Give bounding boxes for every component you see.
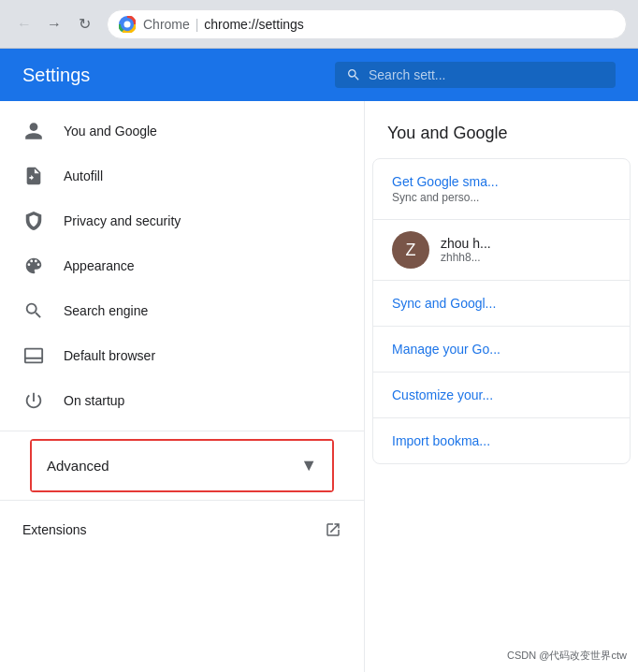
right-panel-card: Get Google sma... Sync and perso... Z zh… bbox=[372, 158, 631, 464]
forward-button[interactable]: → bbox=[41, 11, 67, 37]
right-panel-item-import[interactable]: Import bookma... bbox=[373, 418, 630, 463]
right-panel: You and Google Get Google sma... Sync an… bbox=[365, 101, 638, 672]
sidebar: You and Google Autofill Privacy an bbox=[0, 101, 365, 672]
search-area[interactable]: Search sett... bbox=[335, 62, 616, 88]
address-bar[interactable]: Chrome | chrome://settings bbox=[107, 9, 627, 39]
user-info: zhou h... zhhh8... bbox=[441, 236, 491, 264]
right-panel-item-sync[interactable]: Sync and Googl... bbox=[373, 281, 630, 327]
sidebar-label-privacy-security: Privacy and security bbox=[64, 213, 181, 228]
url-path: chrome://settings bbox=[204, 17, 304, 32]
import-title: Import bookma... bbox=[392, 433, 611, 448]
customize-title: Customize your... bbox=[392, 387, 611, 402]
sidebar-divider-2 bbox=[0, 500, 364, 501]
search-icon bbox=[22, 299, 45, 322]
sidebar-label-autofill: Autofill bbox=[64, 168, 103, 183]
sidebar-label-default-browser: Default browser bbox=[64, 348, 155, 363]
address-text: Chrome | chrome://settings bbox=[143, 17, 304, 32]
sidebar-divider bbox=[0, 431, 364, 431]
sidebar-item-autofill[interactable]: Autofill bbox=[0, 153, 364, 198]
sidebar-item-on-startup[interactable]: On startup bbox=[0, 378, 364, 423]
search-placeholder: Search sett... bbox=[369, 67, 445, 82]
sidebar-item-search-engine[interactable]: Search engine bbox=[0, 288, 364, 333]
get-google-smart-title: Get Google sma... bbox=[392, 174, 611, 189]
sidebar-item-you-and-google[interactable]: You and Google bbox=[0, 109, 364, 153]
user-email: zhhh8... bbox=[441, 251, 491, 264]
right-section-title: You and Google bbox=[365, 124, 638, 143]
svg-point-1 bbox=[124, 21, 131, 27]
right-panel-item-manage[interactable]: Manage your Go... bbox=[373, 327, 630, 373]
search-icon bbox=[346, 67, 361, 82]
avatar: Z bbox=[392, 231, 429, 269]
sidebar-item-default-browser[interactable]: Default browser bbox=[0, 333, 364, 378]
startup-icon bbox=[22, 389, 45, 412]
external-link-icon bbox=[325, 521, 341, 538]
user-row[interactable]: Z zhou h... zhhh8... bbox=[373, 220, 630, 281]
palette-icon bbox=[22, 255, 45, 277]
advanced-button[interactable]: Advanced ▼ bbox=[32, 441, 332, 490]
sidebar-label-search-engine: Search engine bbox=[64, 303, 148, 318]
site-icon bbox=[119, 16, 136, 33]
right-panel-item-get-smart[interactable]: Get Google sma... Sync and perso... bbox=[373, 159, 630, 220]
back-button[interactable]: ← bbox=[11, 11, 37, 37]
settings-container: Settings Search sett... You and Google bbox=[0, 49, 638, 672]
sidebar-label-appearance: Appearance bbox=[64, 258, 135, 273]
manage-title: Manage your Go... bbox=[392, 342, 611, 357]
person-icon bbox=[22, 120, 45, 142]
sidebar-label-you-and-google: You and Google bbox=[64, 124, 157, 139]
advanced-section: Advanced ▼ bbox=[30, 439, 334, 492]
settings-body: You and Google Autofill Privacy an bbox=[0, 101, 638, 672]
nav-buttons: ← → ↻ bbox=[11, 11, 97, 37]
url-protocol: Chrome bbox=[143, 17, 190, 32]
advanced-label: Advanced bbox=[47, 458, 109, 474]
sidebar-item-privacy-security[interactable]: Privacy and security bbox=[0, 198, 364, 243]
advanced-section-wrapper: Advanced ▼ 3 bbox=[15, 439, 349, 492]
sidebar-item-appearance[interactable]: Appearance bbox=[0, 243, 364, 288]
sync-title: Sync and Googl... bbox=[392, 296, 611, 311]
chevron-down-icon: ▼ bbox=[300, 456, 317, 475]
browser-icon bbox=[22, 344, 45, 367]
sidebar-item-extensions[interactable]: Extensions bbox=[0, 508, 364, 551]
autofill-icon bbox=[22, 165, 45, 187]
get-google-smart-desc: Sync and perso... bbox=[392, 191, 611, 204]
shield-icon bbox=[22, 210, 45, 232]
watermark: CSDN @代码改变世界ctw bbox=[503, 647, 631, 665]
sidebar-label-on-startup: On startup bbox=[64, 393, 124, 408]
settings-header: Settings Search sett... bbox=[0, 49, 638, 101]
browser-chrome: ← → ↻ Chrome | chrome://settings bbox=[0, 0, 638, 49]
right-panel-item-customize[interactable]: Customize your... bbox=[373, 373, 630, 418]
refresh-button[interactable]: ↻ bbox=[71, 11, 97, 37]
user-name: zhou h... bbox=[441, 236, 491, 251]
extensions-label: Extensions bbox=[22, 522, 86, 537]
settings-title: Settings bbox=[22, 65, 320, 86]
